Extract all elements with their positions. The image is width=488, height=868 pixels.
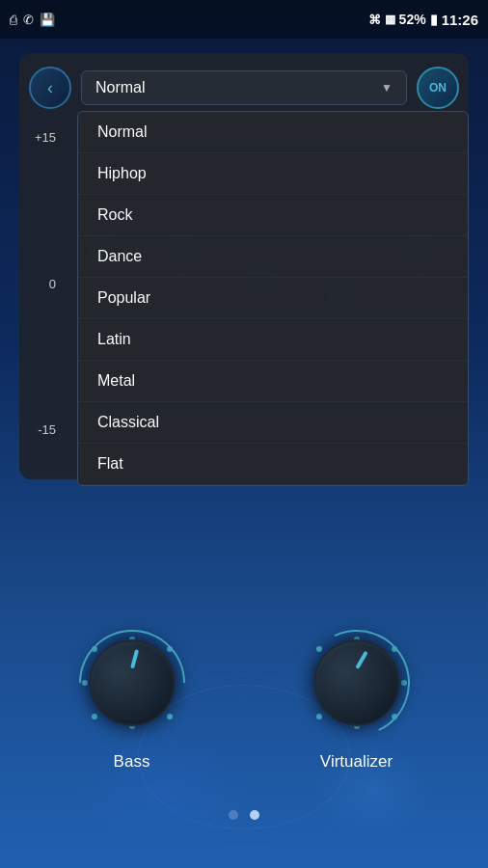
virtualizer-knob-body[interactable] bbox=[313, 639, 400, 726]
status-icons-left: ⎙ ✆ 💾 bbox=[10, 13, 55, 27]
status-icons-right: ⌘ ▩ 52% ▮ 11:26 bbox=[368, 12, 478, 28]
usb-icon: ⎙ bbox=[10, 13, 17, 27]
battery-icon: ▮ bbox=[430, 12, 438, 27]
preset-option-classical[interactable]: Classical bbox=[78, 402, 468, 444]
phone-icon: ✆ bbox=[23, 13, 34, 27]
wifi-icon: ⌘ bbox=[368, 13, 381, 27]
preset-option-hiphop[interactable]: Hiphop bbox=[78, 153, 468, 195]
preset-option-normal[interactable]: Normal bbox=[78, 112, 468, 153]
virtualizer-knob-container: Virtualizer bbox=[299, 625, 415, 772]
eq-panel: ‹ Normal ▼ ON +15 0 -15 60Hz bbox=[19, 53, 469, 479]
eq-header: ‹ Normal ▼ ON bbox=[29, 67, 459, 109]
knobs-area: Bass Virtualizer bbox=[19, 625, 469, 772]
eq-level-labels: +15 0 -15 bbox=[29, 121, 62, 466]
status-bar: ⎙ ✆ 💾 ⌘ ▩ 52% ▮ 11:26 bbox=[0, 0, 488, 39]
battery-percent: 52% bbox=[399, 12, 426, 27]
preset-option-rock[interactable]: Rock bbox=[78, 195, 468, 236]
preset-option-latin[interactable]: Latin bbox=[78, 319, 468, 361]
dropdown-arrow-icon: ▼ bbox=[381, 81, 393, 95]
preset-option-flat[interactable]: Flat bbox=[78, 444, 468, 485]
sd-icon: 💾 bbox=[40, 13, 55, 27]
virtualizer-knob-indicator bbox=[355, 651, 367, 669]
signal-icon: ▩ bbox=[385, 13, 395, 26]
on-label: ON bbox=[429, 81, 447, 95]
bass-knob-body[interactable] bbox=[89, 639, 176, 726]
bass-knob-container: Bass bbox=[74, 625, 190, 772]
preset-option-popular[interactable]: Popular bbox=[78, 278, 468, 319]
level-bot: -15 bbox=[35, 422, 56, 437]
level-top: +15 bbox=[35, 130, 56, 145]
preset-dropdown[interactable]: Normal ▼ bbox=[81, 70, 407, 105]
preset-dropdown-menu: Normal Hiphop Rock Dance Popular Latin M… bbox=[77, 111, 469, 486]
bass-knob-indicator bbox=[130, 649, 139, 668]
bass-knob-ring bbox=[74, 625, 190, 741]
page-indicators bbox=[229, 810, 259, 820]
virtualizer-knob-ring bbox=[299, 625, 415, 741]
preset-option-dance[interactable]: Dance bbox=[78, 236, 468, 278]
clock: 11:26 bbox=[442, 12, 478, 28]
on-button[interactable]: ON bbox=[417, 67, 459, 109]
page-dot-1[interactable] bbox=[250, 810, 259, 820]
virtualizer-knob-label: Virtualizer bbox=[320, 752, 393, 772]
level-mid: 0 bbox=[35, 277, 56, 291]
back-button[interactable]: ‹ bbox=[29, 67, 71, 109]
back-icon: ‹ bbox=[47, 78, 53, 98]
preset-option-metal[interactable]: Metal bbox=[78, 361, 468, 402]
bass-knob-label: Bass bbox=[114, 752, 150, 772]
preset-selected-label: Normal bbox=[95, 79, 146, 96]
page-dot-0[interactable] bbox=[229, 810, 238, 820]
